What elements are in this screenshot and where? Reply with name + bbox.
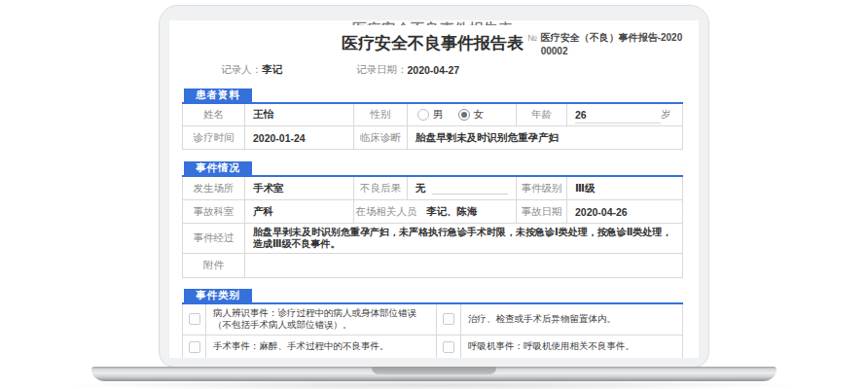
- patient-info-table: 姓名 王怡 性别 男 女: [182, 104, 683, 150]
- table-row: 发生场所 手术室 不良后果 无 事件级别 Ⅲ级: [183, 177, 682, 199]
- attachment-value[interactable]: [245, 254, 682, 277]
- consequence-value: 无: [416, 182, 426, 195]
- event-category-table: 病人辨识事件：诊疗过程中的病人或身体部位错误（不包括手术病人或部位错误）。 治疗…: [182, 304, 683, 358]
- laptop-base: [91, 367, 777, 381]
- checkbox-cell: [183, 304, 206, 336]
- category-item-text: 呼吸机事件：呼吸机使用相关不良事件。: [461, 336, 682, 358]
- section-category-header: 事件类别: [182, 285, 683, 304]
- level-value: Ⅲ级: [567, 177, 682, 199]
- gender-options: 男 女: [408, 104, 517, 125]
- checkbox-icon[interactable]: [443, 313, 454, 325]
- category-item-text: 治疗、检查或手术后异物留置体内。: [461, 304, 682, 336]
- location-label: 发生场所: [183, 177, 245, 199]
- table-row: 手术事件：麻醉、手术过程中的不良事件。 呼吸机事件：呼吸机使用相关不良事件。: [183, 335, 682, 358]
- tab-patient-info[interactable]: 患者资料: [184, 88, 252, 102]
- section-event-category: 事件类别 病人辨识事件：诊疗过程中的病人或身体部位错误（不包括手术病人或部位错误…: [182, 285, 683, 358]
- level-label: 事件级别: [517, 177, 567, 199]
- section-incident-info: 事件情况 发生场所 手术室 不良后果 无 事件级别 Ⅲ级: [182, 158, 683, 278]
- process-value: 胎盘早剥未及时识别危重孕产妇，未严格执行急诊手术时限，未按急诊Ⅰ类处理，按急诊Ⅱ…: [245, 224, 682, 253]
- department-value: 产科: [245, 200, 354, 223]
- category-item-text: 病人辨识事件：诊疗过程中的病人或身体部位错误（不包括手术病人或部位错误）。: [206, 304, 437, 336]
- treatment-time-label: 诊疗时间: [183, 126, 245, 149]
- section-patient-header: 患者资料: [182, 85, 683, 104]
- tab-event-category[interactable]: 事件类别: [184, 289, 252, 302]
- radio-female-selected-icon[interactable]: [458, 109, 470, 121]
- adverse-event-report-form: 医疗安全不良事件报告表 医疗安全不良事件报告表 № 医疗安全（不良）事件报告-2…: [169, 20, 699, 358]
- attachment-label: 附件: [183, 254, 245, 277]
- checkbox-cell: [437, 336, 461, 358]
- process-label: 事件经过: [183, 224, 245, 253]
- record-date-label: 记录日期：: [356, 63, 408, 77]
- report-number: № 医疗安全（不良）事件报告-202000002: [527, 31, 683, 57]
- tab-incident-info[interactable]: 事件情况: [184, 161, 252, 175]
- recorder-value: 李记: [262, 63, 282, 77]
- table-row: 附件: [183, 253, 682, 277]
- consequence-input-underline[interactable]: [432, 183, 508, 194]
- laptop-base-notch: [372, 367, 496, 374]
- gender-option-male[interactable]: 男: [417, 108, 444, 122]
- incident-date-label: 事故日期: [517, 200, 567, 223]
- radio-male-icon[interactable]: [417, 109, 429, 121]
- section-patient-info: 患者资料 姓名 王怡 性别 男: [182, 85, 683, 150]
- consequence-field-cell: 无: [408, 177, 517, 199]
- age-field-cell: 26 岁: [567, 104, 683, 125]
- table-row: 病人辨识事件：诊疗过程中的病人或身体部位错误（不包括手术病人或部位错误）。 治疗…: [183, 304, 682, 336]
- incident-info-table: 发生场所 手术室 不良后果 无 事件级别 Ⅲ级 事故科室: [182, 177, 683, 278]
- table-row: 事件经过 胎盘早剥未及时识别危重孕产妇，未严格执行急诊手术时限，未按急诊Ⅰ类处理…: [183, 223, 682, 253]
- recorder-label: 记录人：: [221, 63, 262, 77]
- checkbox-cell: [437, 304, 461, 336]
- name-label: 姓名: [183, 104, 245, 125]
- gender-option-female[interactable]: 女: [458, 108, 485, 122]
- treatment-time-value: 2020-01-24: [245, 126, 354, 149]
- checkbox-icon[interactable]: [189, 341, 200, 353]
- laptop-screen: 医疗安全不良事件报告表 医疗安全不良事件报告表 № 医疗安全（不良）事件报告-2…: [169, 20, 699, 358]
- category-item-text: 手术事件：麻醉、手术过程中的不良事件。: [206, 336, 437, 358]
- diagnosis-label: 临床诊断: [354, 126, 408, 149]
- form-header: 医疗安全不良事件报告表 № 医疗安全（不良）事件报告-202000002: [182, 31, 683, 60]
- report-number-text: 医疗安全（不良）事件报告-202000002: [541, 31, 683, 57]
- record-date-value: 2020-04-27: [408, 64, 460, 76]
- gender-label: 性别: [354, 104, 408, 125]
- laptop-mockup-stage: 医疗安全不良事件报告表 医疗安全不良事件报告表 № 医疗安全（不良）事件报告-2…: [0, 0, 868, 389]
- clipped-scroll-text: 医疗安全不良事件报告表: [182, 20, 683, 25]
- incident-date-value: 2020-04-26: [567, 200, 682, 223]
- diagnosis-value: 胎盘早剥未及时识别危重孕产妇: [408, 126, 682, 149]
- personnel-value: 李记、陈海: [418, 200, 517, 223]
- consequence-label: 不良后果: [354, 177, 408, 199]
- table-row: 事故科室 产科 在场相关人员 李记、陈海 事故日期 2020-04-26: [183, 199, 682, 223]
- table-row: 姓名 王怡 性别 男 女: [183, 104, 682, 125]
- checkbox-icon[interactable]: [189, 313, 200, 325]
- checkbox-cell: [183, 336, 206, 358]
- location-value: 手术室: [245, 177, 354, 199]
- record-meta-row: 记录人： 李记 记录日期： 2020-04-27: [182, 62, 683, 78]
- section-incident-header: 事件情况: [182, 158, 683, 177]
- age-unit: 岁: [661, 108, 671, 122]
- department-label: 事故科室: [183, 200, 245, 223]
- name-value: 王怡: [245, 104, 354, 125]
- age-label: 年龄: [517, 104, 567, 125]
- checkbox-icon[interactable]: [443, 341, 454, 353]
- age-value[interactable]: 26: [575, 107, 661, 124]
- numero-icon: №: [527, 31, 537, 57]
- personnel-label: 在场相关人员: [354, 200, 418, 223]
- table-row: 诊疗时间 2020-01-24 临床诊断 胎盘早剥未及时识别危重孕产妇: [183, 125, 682, 149]
- laptop-bezel: 医疗安全不良事件报告表 医疗安全不良事件报告表 № 医疗安全（不良）事件报告-2…: [159, 5, 709, 368]
